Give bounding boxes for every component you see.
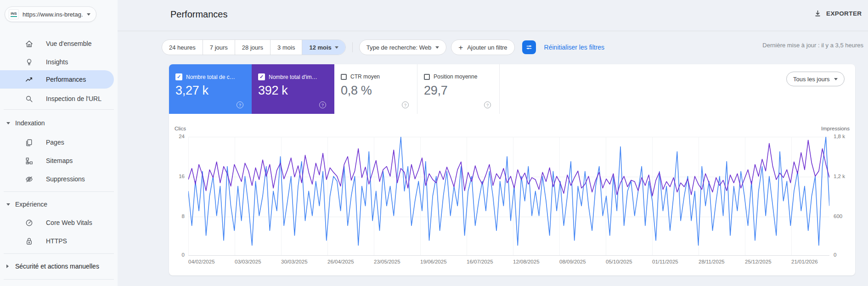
x-label: 23/05/2025 [374, 259, 400, 264]
x-label: 05/10/2025 [606, 259, 632, 264]
sidebar-divider [4, 109, 114, 110]
x-label: 25/12/2025 [745, 259, 772, 264]
sidebar-divider [4, 279, 114, 280]
export-button[interactable]: EXPORTER [814, 10, 862, 17]
search-icon [24, 94, 34, 103]
chevron-down-icon [6, 122, 10, 124]
chevron-right-icon [6, 264, 9, 268]
sidebar-divider [4, 191, 114, 192]
range-28d[interactable]: 28 jours [235, 40, 270, 55]
range-7d[interactable]: 7 jours [203, 40, 235, 55]
range-24h[interactable]: 24 heures [162, 40, 203, 55]
sidebar-item-core-web-vitals[interactable]: Core Web Vitals [0, 213, 114, 232]
property-logo: INS [9, 9, 19, 19]
position-value: 29,7 [424, 84, 447, 98]
download-icon [814, 10, 822, 17]
sidebar-item-sitemaps[interactable]: Sitemaps [0, 151, 114, 170]
sidebar: INS https://www.ins-bretag... Vue d'ense… [0, 0, 118, 286]
left-axis-title: Clics [175, 126, 186, 131]
chevron-down-icon [6, 203, 10, 206]
x-label: 08/09/2025 [559, 259, 586, 264]
range-3m[interactable]: 3 mois [270, 40, 302, 55]
chevron-down-icon [435, 46, 439, 49]
help-icon[interactable]: ? [484, 101, 491, 108]
chevron-down-icon [87, 13, 90, 16]
right-tick: 1,8 k [834, 134, 845, 139]
x-label: 19/06/2025 [420, 259, 447, 264]
filter-bar: 24 heures 7 jours 28 jours 3 mois 12 moi… [162, 39, 604, 55]
left-tick: 24 [170, 134, 185, 139]
impressions-value: 392 k [258, 84, 288, 98]
x-label: 21/01/2026 [791, 259, 818, 264]
granularity-dropdown[interactable]: Tous les jours [786, 72, 845, 86]
performance-panel: ✓ Nombre total de c… 3,27 k ? ✓ Nombre t… [169, 64, 855, 275]
range-12m[interactable]: 12 mois [302, 40, 345, 55]
lock-icon [24, 236, 34, 246]
x-label: 26/04/2025 [327, 259, 354, 264]
sidebar-item-https[interactable]: HTTPS [0, 232, 114, 250]
help-icon[interactable]: ? [319, 101, 326, 108]
left-tick: 0 [170, 252, 185, 258]
x-label: 16/07/2025 [467, 259, 493, 264]
checkbox-unchecked-icon[interactable] [341, 74, 347, 80]
filter-settings-button[interactable] [522, 40, 536, 54]
reset-filters-link[interactable]: Réinitialiser les filtres [544, 44, 604, 51]
gauge-icon [24, 218, 34, 227]
sidebar-section-experience[interactable]: Expérience [0, 195, 114, 213]
clicks-value: 3,27 k [175, 84, 209, 98]
checkbox-checked-icon[interactable]: ✓ [258, 73, 265, 80]
left-tick: 8 [170, 213, 185, 219]
x-label: 28/11/2025 [699, 259, 725, 264]
card-average-position[interactable]: Position moyenne 29,7 ? [417, 64, 500, 114]
chart-svg[interactable] [188, 137, 829, 255]
right-tick: 600 [834, 213, 842, 219]
x-label: 01/11/2025 [652, 259, 678, 264]
tune-icon [525, 44, 533, 51]
sidebar-item-performances[interactable]: Performances [0, 70, 114, 89]
right-tick: 1,2 k [834, 174, 845, 179]
search-type-filter[interactable]: Type de recherche: Web [359, 39, 446, 55]
sidebar-section-indexation[interactable]: Indexation [0, 114, 114, 132]
chevron-down-icon [335, 46, 338, 49]
export-label: EXPORTER [826, 10, 862, 17]
sidebar-item-overview[interactable]: Vue d'ensemble [0, 34, 114, 53]
property-selector[interactable]: INS https://www.ins-bretag... [5, 6, 96, 22]
header-divider [118, 31, 868, 31]
right-tick: 0 [834, 252, 836, 258]
home-icon [24, 39, 34, 48]
filter-divider [352, 42, 353, 52]
sidebar-divider [4, 253, 114, 254]
left-tick: 16 [170, 174, 185, 179]
chevron-down-icon [834, 78, 838, 80]
sidebar-item-url-inspection[interactable]: Inspection de l'URL [0, 90, 114, 108]
x-label: 12/08/2025 [513, 259, 540, 264]
ctr-value: 0,8 % [341, 84, 372, 98]
x-label: 30/03/2025 [281, 259, 308, 264]
right-axis-title: Impressions [821, 126, 850, 131]
eye-off-icon [24, 174, 34, 184]
last-update-text: Dernière mise à jour : il y a 3,5 heures [762, 42, 863, 49]
card-total-clicks[interactable]: ✓ Nombre total de c… 3,27 k ? [169, 64, 252, 114]
performance-chart-icon [24, 75, 34, 84]
sitemap-icon [24, 156, 34, 165]
add-filter-button[interactable]: + Ajouter un filtre [451, 39, 514, 55]
plus-icon: + [458, 44, 463, 51]
card-total-impressions[interactable]: ✓ Nombre total d'im… 392 k ? [252, 64, 334, 114]
sidebar-item-removals[interactable]: Suppressions [0, 170, 114, 188]
property-url: https://www.ins-bretag... [23, 11, 83, 18]
card-average-ctr[interactable]: CTR moyen 0,8 % ? [334, 64, 417, 114]
sidebar-item-pages[interactable]: Pages [0, 133, 114, 151]
sidebar-section-security[interactable]: Sécurité et actions manuelles [0, 257, 114, 275]
help-icon[interactable]: ? [237, 101, 243, 108]
x-label: 04/02/2025 [188, 259, 215, 264]
checkbox-checked-icon[interactable]: ✓ [175, 73, 182, 80]
checkbox-unchecked-icon[interactable] [424, 74, 430, 80]
help-icon[interactable]: ? [402, 101, 409, 108]
pages-icon [24, 138, 34, 147]
x-label: 03/03/2025 [235, 259, 261, 264]
page-title: Performances [170, 9, 228, 20]
metric-cards: ✓ Nombre total de c… 3,27 k ? ✓ Nombre t… [169, 64, 500, 114]
date-range-group: 24 heures 7 jours 28 jours 3 mois 12 moi… [162, 39, 346, 55]
x-axis-line [188, 255, 829, 256]
sidebar-item-insights[interactable]: Insights [0, 53, 114, 71]
